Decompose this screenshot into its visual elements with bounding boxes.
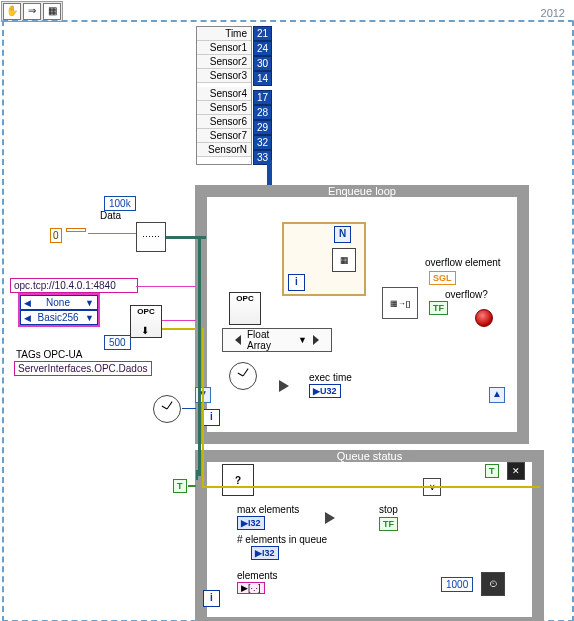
overflow-element-label: overflow element bbox=[425, 257, 501, 268]
wire bbox=[202, 486, 540, 488]
build-array-node[interactable]: ▦ bbox=[332, 248, 356, 272]
sensor-value[interactable]: 17 bbox=[253, 90, 272, 105]
queue-size-constant[interactable]: 100k bbox=[104, 196, 136, 211]
u32-indicator[interactable]: ▶U32 bbox=[309, 384, 341, 398]
array-element[interactable] bbox=[66, 228, 86, 232]
queue-status-node[interactable]: ? bbox=[222, 464, 254, 496]
sensor-label: SensorN bbox=[197, 143, 251, 157]
dropdown-value: None bbox=[46, 297, 70, 308]
tf-indicator[interactable]: TF bbox=[429, 301, 448, 315]
opc-label: OPC bbox=[137, 307, 154, 316]
question-icon: ? bbox=[235, 475, 241, 486]
queue-status-while-loop[interactable]: Queue status ? ∨ max elements ▶I32 # ele… bbox=[195, 450, 544, 621]
case-next-icon[interactable] bbox=[313, 335, 319, 345]
sensor-array: Time Sensor1 Sensor2 Sensor3 Sensor4 Sen… bbox=[196, 26, 272, 165]
subtract-node[interactable] bbox=[279, 380, 289, 392]
tick-count-inner-node[interactable] bbox=[229, 362, 257, 390]
exec-time-label: exec time bbox=[309, 372, 352, 383]
enqueue-loop-title: Enqueue loop bbox=[322, 185, 402, 197]
diagram-toolbar: ✋ ⇒ ▦ bbox=[1, 1, 63, 22]
sensor-label: Sensor1 bbox=[197, 41, 251, 55]
for-loop-i-terminal: i bbox=[288, 274, 305, 291]
array-index-constant[interactable]: 0 bbox=[50, 228, 62, 243]
case-label: Float Array bbox=[247, 329, 292, 351]
i32-indicator[interactable]: ▶I32 bbox=[237, 516, 265, 530]
sensor-values: 21 24 30 14 17 28 29 32 33 bbox=[253, 26, 272, 165]
while-loop-i-terminal: i bbox=[203, 409, 220, 426]
block-diagram-canvas: ✋ ⇒ ▦ 2012 Time Sensor1 Sensor2 Sensor3 … bbox=[0, 0, 574, 621]
stop-tf-control[interactable]: TF bbox=[379, 517, 398, 531]
timeout-constant[interactable]: 500 bbox=[104, 335, 131, 350]
case-prev-icon[interactable] bbox=[235, 335, 241, 345]
tags-value-constant[interactable]: ServerInterfaces.OPC.Dados bbox=[14, 361, 152, 376]
security-policy-dropdown[interactable]: ◀ Basic256 ▼ bbox=[20, 310, 98, 325]
pan-tool-button[interactable]: ✋ bbox=[3, 3, 21, 20]
wire bbox=[162, 328, 196, 330]
sensor-value[interactable]: 24 bbox=[253, 41, 272, 56]
greater-than-node[interactable] bbox=[325, 512, 335, 524]
sensor-label: Sensor4 bbox=[197, 87, 251, 101]
close-queue-icon[interactable]: ✕ bbox=[507, 462, 525, 480]
sensor-label: Sensor3 bbox=[197, 69, 251, 83]
arrow-tool-button[interactable]: ⇒ bbox=[23, 3, 41, 20]
for-loop-n-terminal: N bbox=[334, 226, 351, 243]
elements-array-indicator[interactable]: ▶[·.·] bbox=[237, 582, 265, 594]
data-label: Data bbox=[100, 210, 121, 221]
wire bbox=[188, 485, 196, 487]
enqueue-icon: ▦→[] bbox=[390, 299, 410, 308]
max-elements-label: max elements bbox=[237, 504, 299, 515]
security-cluster: ◀ None ▼ ◀ Basic256 ▼ bbox=[18, 293, 100, 327]
chevron-down-icon: ▼ bbox=[85, 298, 94, 308]
wait-ms-node[interactable]: ⏲ bbox=[481, 572, 505, 596]
sensor-label: Sensor7 bbox=[197, 129, 251, 143]
chevron-down-icon: ▼ bbox=[85, 313, 94, 323]
inner-for-loop[interactable]: N ▦ i bbox=[282, 222, 366, 296]
enqueue-element-node[interactable]: ▦→[] bbox=[382, 287, 418, 319]
sensor-value[interactable]: 21 bbox=[253, 26, 272, 41]
queue-status-title: Queue status bbox=[331, 450, 408, 462]
security-mode-dropdown[interactable]: ◀ None ▼ bbox=[20, 295, 98, 310]
sensor-value[interactable]: 14 bbox=[253, 71, 272, 86]
float-array-case[interactable]: Float Array ▼ bbox=[222, 330, 332, 350]
wire bbox=[182, 408, 196, 409]
sensor-label: Sensor6 bbox=[197, 115, 251, 129]
opc-url-constant[interactable]: opc.tcp://10.4.0.1:4840 bbox=[10, 278, 138, 293]
loop-stop-button[interactable] bbox=[475, 309, 493, 327]
loop-condition-terminal[interactable]: T bbox=[485, 464, 499, 478]
sensor-value[interactable]: 32 bbox=[253, 135, 272, 150]
wire bbox=[136, 286, 196, 287]
wire bbox=[198, 236, 201, 476]
wire bbox=[162, 320, 196, 321]
opc-label: OPC bbox=[236, 294, 253, 303]
sensor-label: Sensor2 bbox=[197, 55, 251, 69]
sensor-value[interactable]: 29 bbox=[253, 120, 272, 135]
sensor-value[interactable]: 28 bbox=[253, 105, 272, 120]
sensor-label: Time bbox=[197, 27, 251, 41]
chevron-down-icon[interactable]: ▼ bbox=[298, 335, 307, 345]
sgl-indicator[interactable]: SGL bbox=[429, 271, 456, 285]
enqueue-while-loop[interactable]: Enqueue loop N ▦ i OPC Float Array ▼ ▦→[… bbox=[195, 185, 529, 444]
queue-icon: ⋯⋯ bbox=[142, 232, 160, 242]
year-badge: 2012 bbox=[538, 7, 568, 19]
obtain-queue-node[interactable]: ⋯⋯ bbox=[136, 222, 166, 252]
tags-label: TAGs OPC-UA bbox=[16, 349, 82, 360]
sensor-value[interactable]: 30 bbox=[253, 56, 272, 71]
num-elements-label: # elements in queue bbox=[237, 534, 327, 545]
probe-tool-button[interactable]: ▦ bbox=[43, 3, 61, 20]
tick-count-node[interactable] bbox=[153, 395, 181, 423]
wire bbox=[202, 328, 204, 486]
stop-label: stop bbox=[379, 504, 398, 515]
wire bbox=[88, 233, 136, 234]
opc-read-node[interactable]: OPC bbox=[229, 292, 261, 325]
sensor-labels: Time Sensor1 Sensor2 Sensor3 Sensor4 Sen… bbox=[196, 26, 252, 165]
shift-register-right[interactable]: ▲ bbox=[489, 387, 505, 403]
overflow-bool-label: overflow? bbox=[445, 289, 488, 300]
elements-label: elements bbox=[237, 570, 278, 581]
download-icon: ⬇ bbox=[130, 325, 160, 336]
sensor-label: Sensor5 bbox=[197, 101, 251, 115]
wait-ms-constant[interactable]: 1000 bbox=[441, 577, 473, 592]
while-loop-i-terminal: i bbox=[203, 590, 220, 607]
true-constant[interactable]: T bbox=[173, 479, 187, 493]
i32-indicator[interactable]: ▶I32 bbox=[251, 546, 279, 560]
dropdown-value: Basic256 bbox=[37, 312, 78, 323]
